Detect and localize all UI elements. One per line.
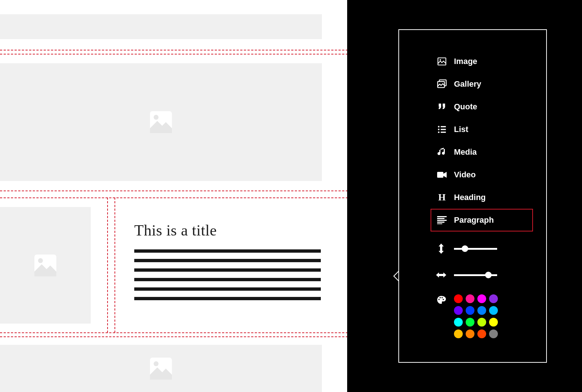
svg-rect-6 — [438, 58, 446, 65]
svg-rect-11 — [441, 126, 446, 127]
svg-point-7 — [440, 59, 441, 61]
image-icon — [146, 108, 176, 137]
svg-rect-19 — [437, 220, 447, 221]
svg-point-1 — [154, 115, 158, 120]
video-icon — [436, 169, 447, 180]
guide-line — [0, 54, 366, 54]
svg-point-5 — [154, 361, 158, 366]
text-line — [134, 268, 321, 272]
tool-label: Video — [454, 170, 476, 180]
guide-line — [0, 191, 366, 191]
placeholder-hero-image — [0, 63, 322, 181]
guide-line — [0, 50, 366, 50]
color-swatch[interactable] — [466, 329, 474, 338]
tool-image[interactable]: Image — [431, 50, 533, 73]
tool-label: Paragraph — [454, 215, 494, 225]
svg-rect-17 — [437, 216, 447, 217]
spacing-horizontal-slider[interactable] — [436, 270, 497, 280]
color-swatches — [454, 294, 498, 338]
media-icon — [436, 147, 447, 158]
color-swatch[interactable] — [477, 329, 486, 338]
svg-point-12 — [438, 129, 439, 130]
content-paragraph[interactable] — [134, 249, 321, 300]
slider-thumb[interactable] — [462, 245, 468, 252]
svg-rect-21 — [437, 223, 442, 224]
editor-canvas: This is a title — [0, 0, 347, 392]
guide-line — [0, 197, 366, 198]
tool-media[interactable]: Media — [431, 141, 533, 163]
image-icon — [146, 354, 176, 383]
guide-line — [0, 332, 366, 333]
color-swatch[interactable] — [489, 318, 498, 327]
guide-line — [0, 336, 366, 337]
heading-icon: H — [436, 192, 447, 203]
color-swatch[interactable] — [477, 318, 486, 327]
slider-thumb[interactable] — [485, 272, 492, 278]
color-swatch[interactable] — [489, 306, 498, 315]
color-swatch[interactable] — [466, 306, 474, 315]
quote-icon — [436, 101, 447, 112]
svg-rect-18 — [437, 218, 444, 219]
svg-rect-15 — [441, 132, 446, 133]
svg-point-24 — [442, 297, 443, 298]
text-line — [134, 287, 321, 291]
paragraph-icon — [436, 215, 447, 226]
placeholder-footer-image — [0, 345, 322, 392]
list-icon — [436, 124, 447, 135]
content-title[interactable]: This is a title — [134, 222, 217, 239]
tool-quote[interactable]: Quote — [431, 95, 533, 118]
spacing-vertical-slider[interactable] — [436, 243, 497, 254]
color-swatch[interactable] — [454, 294, 463, 303]
svg-point-3 — [38, 258, 43, 263]
svg-point-25 — [443, 299, 444, 300]
svg-point-22 — [438, 299, 439, 300]
tool-label: Image — [454, 57, 477, 66]
tool-label: Media — [454, 147, 477, 157]
svg-point-14 — [438, 131, 439, 133]
tool-heading[interactable]: H Heading — [431, 186, 533, 209]
title-text: This is a title — [134, 222, 217, 239]
svg-rect-13 — [441, 129, 446, 130]
side-panel: Image Gallery Quote — [347, 0, 582, 392]
block-toolbox: Image Gallery Quote — [398, 29, 547, 363]
tool-label: Gallery — [454, 79, 481, 89]
text-line — [134, 278, 321, 281]
tool-label: Heading — [454, 193, 486, 202]
text-line — [134, 259, 321, 262]
tool-list[interactable]: List — [431, 118, 533, 141]
palette-icon — [436, 294, 447, 305]
color-swatch[interactable] — [477, 294, 486, 303]
guide-line — [107, 197, 108, 333]
text-line — [134, 297, 321, 300]
color-swatch[interactable] — [454, 329, 463, 338]
color-swatch[interactable] — [466, 318, 474, 327]
svg-point-23 — [440, 297, 441, 298]
arrows-horizontal-icon — [436, 270, 447, 280]
color-swatch[interactable] — [454, 318, 463, 327]
guide-line — [114, 197, 115, 333]
tool-video[interactable]: Video — [431, 163, 533, 186]
tool-label: List — [454, 125, 468, 134]
tool-gallery[interactable]: Gallery — [431, 73, 533, 95]
tool-list: Image Gallery Quote — [431, 50, 533, 231]
placeholder-side-image — [0, 207, 91, 324]
arrows-vertical-icon — [436, 243, 447, 254]
placeholder-header-bar — [0, 14, 322, 39]
svg-rect-20 — [437, 222, 444, 223]
tool-paragraph[interactable]: Paragraph — [431, 209, 533, 231]
text-line — [134, 249, 321, 253]
color-palette — [436, 294, 498, 338]
gallery-icon — [436, 79, 447, 90]
slider-track[interactable] — [454, 248, 497, 250]
color-swatch[interactable] — [454, 306, 463, 315]
tool-label: Quote — [454, 102, 477, 112]
color-swatch[interactable] — [489, 294, 498, 303]
image-icon — [436, 56, 447, 67]
color-swatch[interactable] — [477, 306, 486, 315]
color-swatch[interactable] — [466, 294, 474, 303]
svg-point-10 — [438, 126, 439, 127]
slider-track[interactable] — [454, 274, 497, 276]
image-icon — [31, 251, 60, 280]
svg-rect-16 — [437, 172, 443, 178]
color-swatch[interactable] — [489, 329, 498, 338]
